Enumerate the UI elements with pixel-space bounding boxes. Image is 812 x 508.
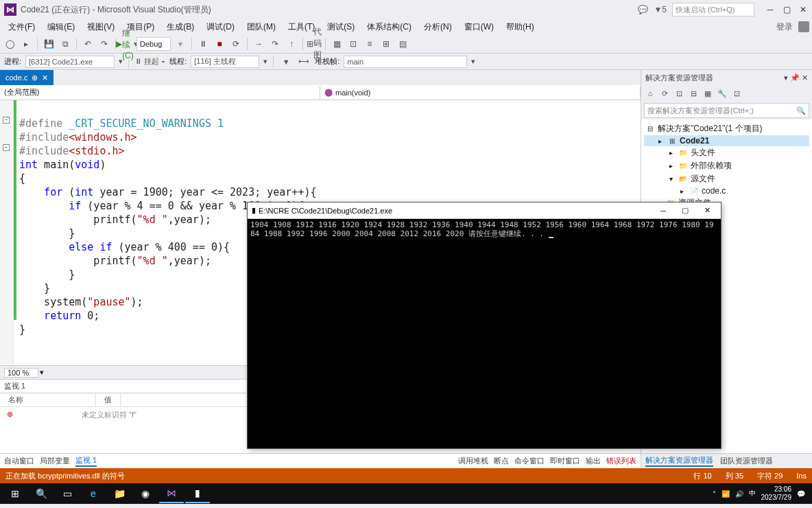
save-all-icon[interactable]: ⧉	[58, 37, 72, 51]
collapse-icon[interactable]: ⊟	[687, 87, 700, 100]
config-combo[interactable]: Debug	[136, 37, 171, 51]
step-over-icon[interactable]: ↷	[268, 37, 282, 51]
properties-icon[interactable]: 🔧	[716, 87, 728, 100]
tab-break[interactable]: 断点	[494, 456, 509, 466]
explorer-icon[interactable]: 📁	[107, 484, 132, 503]
console-close-button[interactable]: ✕	[697, 204, 717, 218]
maximize-button[interactable]: ▢	[782, 5, 791, 14]
console-taskbar-icon[interactable]: ▮	[185, 484, 210, 503]
outline-toggle-icon[interactable]: −	[3, 144, 10, 151]
codemap-button[interactable]: ⊞ 代码图	[307, 37, 321, 51]
tray-up-icon[interactable]: ˄	[713, 490, 716, 498]
stop-icon[interactable]: ■	[213, 37, 226, 51]
tab-callstack[interactable]: 调用堆栈	[458, 456, 488, 466]
tb-misc-2[interactable]: ⊡	[346, 37, 360, 51]
nav-fwd-icon[interactable]: ▸	[19, 37, 33, 51]
pane-close-icon[interactable]: ✕	[802, 73, 808, 82]
tb-misc-4[interactable]: ⊞	[379, 37, 393, 51]
member-combo[interactable]: ⬤main(void)	[320, 86, 641, 98]
tab-auto[interactable]: 自动窗口	[4, 456, 34, 466]
action-center-icon[interactable]: 💬	[797, 490, 805, 498]
ime-indicator[interactable]: 中	[749, 489, 756, 498]
watch-col-name[interactable]: 名称	[0, 393, 96, 406]
tab-immediate[interactable]: 即时窗口	[550, 456, 580, 466]
nav-back-icon[interactable]: ◯	[3, 37, 16, 51]
undo-icon[interactable]: ↶	[81, 37, 95, 51]
pin-icon[interactable]: ⊕	[32, 73, 38, 82]
stack-icon[interactable]: ▼	[279, 55, 293, 69]
edge-icon[interactable]: e	[81, 484, 106, 503]
vs-taskbar-icon[interactable]: ⋈	[159, 484, 184, 503]
tree-project[interactable]: ▸⊞Code21	[644, 135, 809, 146]
tree-headers[interactable]: ▸📁头文件	[644, 146, 809, 159]
volume-icon[interactable]: 🔊	[735, 490, 743, 498]
close-tab-icon[interactable]: ✕	[42, 73, 48, 82]
tree-sources[interactable]: ▾📂源文件	[644, 172, 809, 185]
search-button[interactable]: 🔍	[29, 484, 53, 503]
start-button[interactable]: ⊞	[3, 484, 27, 503]
clock[interactable]: 23:06 2023/7/29	[761, 485, 792, 502]
menu-arch[interactable]: 体系结构(C)	[361, 20, 417, 34]
menu-analyze[interactable]: 分析(N)	[418, 20, 457, 34]
minimize-button[interactable]: ─	[765, 5, 775, 14]
menu-view[interactable]: 视图(V)	[82, 20, 120, 34]
close-button[interactable]: ✕	[798, 5, 808, 14]
menu-build[interactable]: 生成(B)	[161, 20, 200, 34]
tree-solution-root[interactable]: ⊟解决方案"Code21"(1 个项目)	[644, 122, 809, 135]
tab-solution-explorer[interactable]: 解决方案资源管理器	[645, 455, 713, 467]
wifi-icon[interactable]: 📶	[721, 490, 730, 498]
menu-window[interactable]: 窗口(W)	[459, 20, 499, 34]
suspend-button[interactable]: ⏸ 挂起 ▾	[134, 56, 165, 67]
save-icon[interactable]: 💾	[42, 37, 56, 51]
quick-launch-input[interactable]: 快速启动 (Ctrl+Q)	[672, 3, 754, 16]
pane-pin-icon[interactable]: 📌	[790, 73, 800, 82]
login-link[interactable]: 登录	[776, 21, 793, 33]
menu-edit[interactable]: 编辑(E)	[42, 20, 80, 34]
menu-test[interactable]: 测试(S)	[322, 20, 360, 34]
process-combo[interactable]: [6312] Code21.exe	[25, 56, 115, 68]
tb-misc-3[interactable]: ≡	[363, 37, 377, 51]
tb-misc-5[interactable]: ▤	[396, 37, 409, 51]
menu-file[interactable]: 文件(F)	[3, 20, 40, 34]
step-into-icon[interactable]: →	[252, 37, 265, 51]
step-out-icon[interactable]: ↑	[285, 37, 298, 51]
tab-watch[interactable]: 监视 1	[75, 455, 97, 467]
tab-cmd[interactable]: 命令窗口	[514, 456, 545, 466]
console-minimize-button[interactable]: ─	[654, 204, 673, 218]
tab-locals[interactable]: 局部变量	[40, 456, 70, 466]
console-output[interactable]: 1904 1908 1912 1916 1920 1924 1928 1932 …	[248, 219, 721, 448]
avatar-icon[interactable]	[798, 21, 809, 32]
tree-source-file[interactable]: ▸📄code.c	[644, 185, 809, 196]
menu-debug[interactable]: 调试(D)	[201, 20, 240, 34]
home-icon[interactable]: ⌂	[644, 87, 656, 100]
tab-team-explorer[interactable]: 团队资源管理器	[720, 456, 773, 466]
chrome-icon[interactable]: ◉	[133, 484, 158, 503]
feedback-icon[interactable]: 💬	[638, 5, 648, 14]
zoom-combo[interactable]: 100 %	[4, 368, 38, 378]
menu-help[interactable]: 帮助(H)	[501, 20, 540, 34]
stack-icon2[interactable]: ⟷	[297, 55, 311, 69]
menu-team[interactable]: 团队(M)	[241, 20, 281, 34]
tab-errors[interactable]: 错误列表	[606, 456, 636, 466]
notification-flag-icon[interactable]: ▼5	[654, 5, 667, 14]
tb-misc-1[interactable]: ▦	[330, 37, 344, 51]
pause-icon[interactable]: ⏸	[196, 37, 210, 51]
solution-search-input[interactable]: 搜索解决方案资源管理器(Ctrl+;) 🔍	[644, 103, 809, 118]
restart-icon[interactable]: ⟳	[229, 37, 243, 51]
file-tab-codec[interactable]: code.c ⊕ ✕	[0, 70, 53, 85]
thread-combo[interactable]: [116] 主线程	[191, 56, 259, 68]
outline-toggle-icon[interactable]: −	[3, 117, 10, 124]
showall-icon[interactable]: ▦	[702, 87, 714, 100]
refresh-icon[interactable]: ⟳	[658, 87, 671, 100]
watch-col-value[interactable]: 值	[96, 393, 121, 406]
task-view-button[interactable]: ▭	[55, 484, 80, 503]
continue-button[interactable]: ▶ 继续(C) ▾	[120, 37, 134, 51]
preview-icon[interactable]: ⊡	[730, 87, 743, 100]
redo-icon[interactable]: ↷	[97, 37, 111, 51]
pane-dropdown-icon[interactable]: ▾	[784, 73, 788, 82]
stack-combo[interactable]: main	[344, 56, 467, 68]
scope-combo[interactable]: (全局范围)	[0, 86, 320, 99]
tree-external[interactable]: ▸📁外部依赖项	[644, 159, 809, 172]
console-titlebar[interactable]: ▮E:\NCRE C\Code21\Debug\Code21.exe ─ ▢ ✕	[248, 203, 721, 219]
console-window[interactable]: ▮E:\NCRE C\Code21\Debug\Code21.exe ─ ▢ ✕…	[247, 202, 721, 449]
